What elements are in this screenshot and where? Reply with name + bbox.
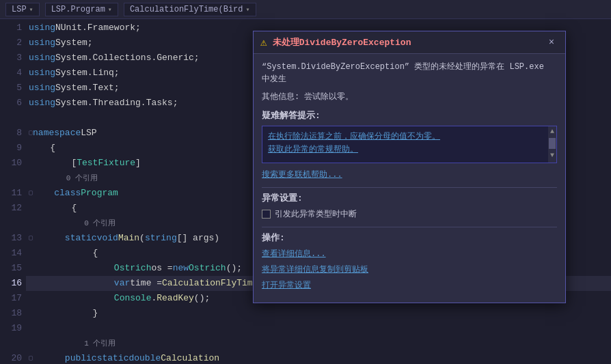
code-ostrich2: Ostrich <box>189 261 226 276</box>
code-line-19 <box>26 321 611 336</box>
code-brace-9: { <box>29 141 55 156</box>
line-19: 19 <box>0 321 22 336</box>
code-indent-16 <box>29 276 114 291</box>
dialog-title-bar: ⚠ 未处理DivideByZeroException × <box>254 31 565 54</box>
code-main-args: ( <box>139 231 145 246</box>
dialog-close-button[interactable]: × <box>545 36 558 49</box>
top-bar-arrow3: ▾ <box>246 5 250 14</box>
line-11: 11 <box>0 186 22 201</box>
warning-icon: ⚠ <box>260 36 267 49</box>
exception-break-checkbox[interactable] <box>262 210 271 219</box>
scroll-thumb[interactable] <box>549 138 556 149</box>
kw-static-13: static <box>65 231 97 246</box>
exception-settings-label-text: 异常设置: <box>262 192 303 204</box>
code-line-20: ▢ public static double Calculation <box>26 351 611 364</box>
action-details-link[interactable]: 查看详细信息... <box>262 248 557 261</box>
checkbox-label: 引发此异常类型时中断 <box>275 208 357 220</box>
top-bar-lsp-label: LSP <box>12 5 27 14</box>
line-5: 5 <box>0 81 22 96</box>
code-indent-13 <box>33 231 65 246</box>
code-os: os = <box>151 261 172 276</box>
ref-count-1: 0 个引用 <box>30 171 98 186</box>
line-9: 9 <box>0 141 22 156</box>
settings-row: 引发此异常类型时中断 <box>262 208 557 220</box>
line-16: 16 <box>0 276 22 291</box>
divider-1 <box>262 187 557 188</box>
top-bar: LSP ▾ LSP.Program ▾ CalculationFlyTime(B… <box>0 0 611 19</box>
line-18: 18 <box>0 306 22 321</box>
code-console-17: Console <box>114 291 152 306</box>
exception-message: “System.DivideByZeroException” 类型的未经处理的异… <box>262 61 557 85</box>
code-indent-11 <box>33 186 54 201</box>
exception-msg-text: “System.DivideByZeroException” 类型的未经处理的异… <box>262 62 544 84</box>
suggestion-section-label: 疑难解答提示: <box>262 109 557 122</box>
line-17: 17 <box>0 291 22 306</box>
code-readkey-call: (); <box>194 291 210 306</box>
exception-settings: 异常设置: 引发此异常类型时中断 <box>262 192 557 220</box>
line-6: 6 <box>0 96 22 111</box>
kw-using-5: using <box>29 81 55 96</box>
code-brace-14: { <box>29 246 98 261</box>
code-calcfly: CalculationFlyTim <box>162 276 253 291</box>
line-1: 1 <box>0 20 22 36</box>
suggestion-label-text: 疑难解答提示: <box>262 109 321 122</box>
line-2: 2 <box>0 36 22 51</box>
kw-using-1: using <box>29 20 55 36</box>
code-time: time = <box>130 276 162 291</box>
kw-new-15: new <box>173 261 189 276</box>
code-calcfly2: Calculation <box>161 351 219 364</box>
code-attr-10: [ <box>29 156 77 171</box>
more-help-link[interactable]: 搜索更多联机帮助... <box>262 169 557 180</box>
suggestion-scrollbar: ▲ ▼ <box>548 126 556 163</box>
action-copy-link[interactable]: 将异常详细信息复制到剪贴板 <box>262 264 557 277</box>
code-using-6: System.Threading.Tasks; <box>55 96 178 111</box>
code-using-5: System.Text; <box>55 81 120 96</box>
code-attr-type-10: TestFixture <box>77 156 135 171</box>
line-ref2 <box>0 216 22 231</box>
code-readkey-method: ReadKey <box>157 291 194 306</box>
code-main: Main <box>118 231 139 246</box>
line-12: 12 <box>0 201 22 216</box>
scroll-up-arrow[interactable]: ▲ <box>548 126 556 137</box>
code-classname: Program <box>81 186 118 201</box>
code-brace-18: } <box>29 306 98 321</box>
code-line-18: } <box>26 306 611 321</box>
code-indent-17 <box>29 291 114 306</box>
code-using-1: NUnit.Framework; <box>55 20 141 36</box>
top-bar-item-lsp[interactable]: LSP ▾ <box>5 3 40 16</box>
line-3: 3 <box>0 51 22 66</box>
kw-namespace: namespace <box>33 126 81 141</box>
code-indent-15 <box>29 261 114 276</box>
line-13: 13 <box>0 231 22 246</box>
top-bar-arrow2: ▾ <box>108 5 112 14</box>
suggestion-box: 在执行除法运算之前，应确保分母的值不为零。 获取此异常的常规帮助。 ▲ ▼ <box>262 126 557 163</box>
ref-count-3: 1 个引用 <box>30 336 116 351</box>
additional-info-text: 其他信息: 尝试除以零。 <box>262 92 353 102</box>
kw-void-13: void <box>97 231 118 246</box>
code-ostrich-call: (); <box>226 261 242 276</box>
suggestion-line1[interactable]: 在执行除法运算之前，应确保分母的值不为零。 <box>268 130 551 143</box>
kw-using-3: using <box>29 51 55 66</box>
top-bar-item-method[interactable]: CalculationFlyTime(Bird ▾ <box>124 3 256 16</box>
top-bar-method-label: CalculationFlyTime(Bird <box>130 5 243 14</box>
kw-string-13: string <box>145 231 177 246</box>
exception-dialog: ⚠ 未处理DivideByZeroException × “System.Div… <box>253 31 566 303</box>
line-4: 4 <box>0 66 22 81</box>
kw-class: class <box>54 186 81 201</box>
divider-2 <box>262 227 557 227</box>
kw-public-20: public <box>65 351 97 364</box>
kw-static-20: static <box>97 351 129 364</box>
suggestion-line2[interactable]: 获取此异常的常规帮助。 <box>268 143 551 156</box>
actions-label-text: 操作: <box>262 232 285 244</box>
actions-section-label: 操作: <box>262 232 557 244</box>
dialog-body: “System.DivideByZeroException” 类型的未经处理的异… <box>254 54 565 303</box>
line-15: 15 <box>0 261 22 276</box>
action-open-settings-link[interactable]: 打开异常设置 <box>262 279 557 292</box>
kw-using-6: using <box>29 96 55 111</box>
top-bar-item-program[interactable]: LSP.Program ▾ <box>45 3 118 16</box>
kw-var-16: var <box>114 276 130 291</box>
scroll-down-arrow[interactable]: ▼ <box>548 150 556 160</box>
line-7 <box>0 111 22 126</box>
code-namespace: LSP <box>81 126 96 141</box>
line-8: 8 <box>0 126 22 141</box>
